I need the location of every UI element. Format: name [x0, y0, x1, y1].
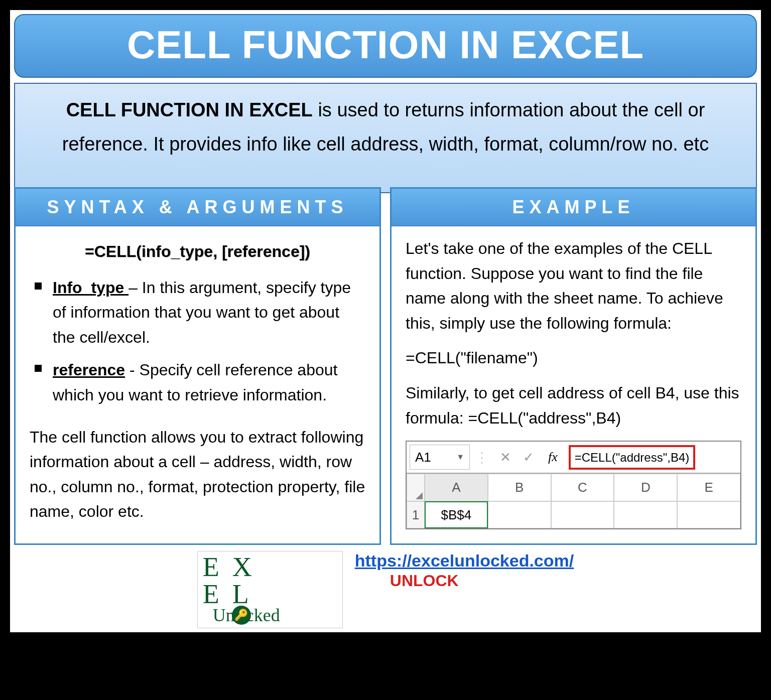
example-body: Let's take one of the examples of the CE… — [392, 226, 755, 543]
argument-item: Info_type – In this argument, specify ty… — [35, 275, 365, 350]
syntax-paragraph: The cell function allows you to extract … — [30, 425, 365, 524]
logo-bottom: Unl 🔑 cked — [203, 605, 337, 626]
footer-unlock: UNLOCK — [355, 572, 574, 590]
example-paragraph: Let's take one of the examples of the CE… — [406, 236, 741, 336]
example-panel: EXAMPLE Let's take one of the examples o… — [390, 187, 757, 545]
excel-cell — [677, 501, 740, 528]
excel-cell — [551, 501, 614, 528]
logo-top-text: EX EL — [203, 553, 337, 608]
footer-url[interactable]: https://excelunlocked.com/ — [355, 551, 574, 571]
excel-formula-highlight: =CELL("address",B4) — [569, 445, 695, 470]
argument-item: reference - Specify cell reference about… — [35, 358, 365, 407]
footer: EX EL Unl 🔑 cked https://excelunlocked.c… — [14, 551, 757, 628]
excel-col-header: D — [614, 474, 677, 501]
excel-screenshot: A1 ▼ ⋮ ✕ ✓ fx =CELL("address",B4) A B C — [406, 441, 741, 529]
footer-text: https://excelunlocked.com/ UNLOCK — [355, 551, 574, 590]
excel-grid: A B C D E 1 $B$4 — [407, 474, 740, 528]
bullet-icon — [35, 365, 42, 372]
argument-name: Info_type — [53, 278, 128, 297]
syntax-panel: SYNTAX & ARGUMENTS =CELL(info_type, [ref… — [14, 187, 381, 545]
description-box: CELL FUNCTION IN EXCEL is used to return… — [14, 83, 757, 193]
cancel-icon: ✕ — [500, 447, 511, 467]
example-paragraph-2: Similarly, to get cell address of cell B… — [406, 381, 741, 431]
excel-col-header: A — [425, 474, 488, 501]
syntax-body: =CELL(info_type, [reference]) Info_type … — [16, 226, 379, 538]
dropdown-icon: ▼ — [456, 451, 464, 464]
excel-row-header: 1 — [407, 501, 425, 528]
excel-col-header: E — [677, 474, 740, 501]
fx-label: fx — [548, 447, 558, 467]
logo-bottom-post: cked — [246, 605, 280, 626]
description-bold: CELL FUNCTION IN EXCEL — [66, 99, 313, 120]
separator-icon: ⋮ — [475, 447, 489, 468]
excel-cell — [614, 501, 677, 528]
columns: SYNTAX & ARGUMENTS =CELL(info_type, [ref… — [14, 187, 757, 545]
argument-sep: – — [128, 278, 142, 297]
excel-cell-value: $B$4 — [425, 501, 488, 528]
confirm-icon: ✓ — [523, 447, 534, 467]
excel-formula-bar: A1 ▼ ⋮ ✕ ✓ fx =CELL("address",B4) — [407, 442, 740, 474]
excel-name-box: A1 ▼ — [410, 445, 470, 470]
logo: EX EL Unl 🔑 cked — [197, 551, 343, 628]
excel-active-cell: A1 — [415, 447, 431, 467]
syntax-heading: SYNTAX & ARGUMENTS — [16, 189, 379, 226]
argument-name: reference — [53, 361, 125, 379]
argument-sep: - — [125, 361, 139, 379]
excel-select-all-corner — [407, 474, 425, 501]
example-formula-1: =CELL("filename") — [406, 346, 741, 371]
page-title: CELL FUNCTION IN EXCEL — [14, 14, 757, 78]
bullet-icon — [35, 283, 42, 290]
excel-col-header: B — [488, 474, 551, 501]
argument-list: Info_type – In this argument, specify ty… — [30, 275, 365, 408]
excel-col-header: C — [551, 474, 614, 501]
syntax-formula: =CELL(info_type, [reference]) — [30, 239, 365, 264]
example-heading: EXAMPLE — [392, 189, 755, 226]
excel-cell — [488, 501, 551, 528]
infographic-page: CELL FUNCTION IN EXCEL CELL FUNCTION IN … — [10, 10, 761, 632]
